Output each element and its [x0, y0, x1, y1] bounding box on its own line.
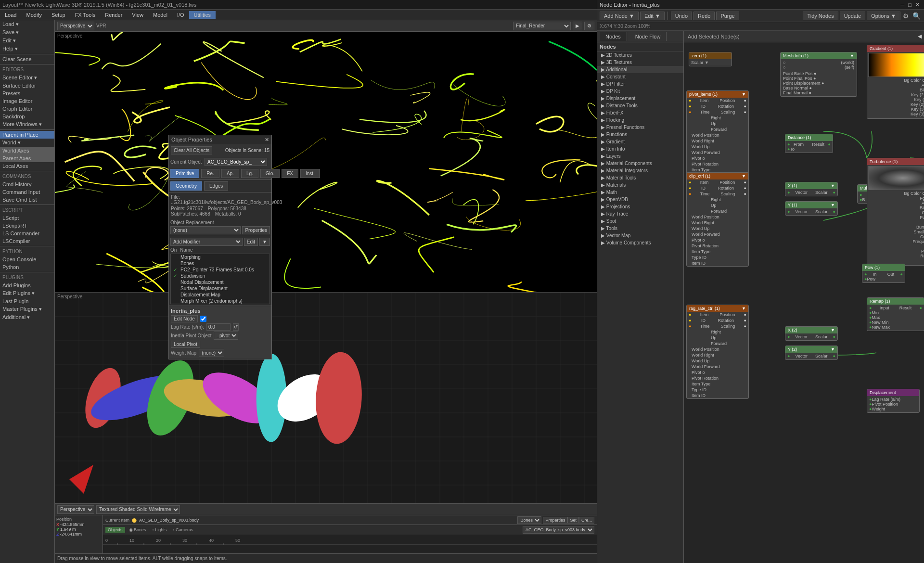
modifier-surface-displacement[interactable]: Surface Displacement — [171, 285, 270, 292]
sidebar-master-plugins[interactable]: Master Plugins ▾ — [0, 305, 54, 313]
sidebar-load[interactable]: Load ▾ — [0, 20, 54, 28]
top-viewport[interactable]: Perspective — [55, 32, 597, 292]
local-pivot-btn[interactable]: Local Pivot — [171, 341, 200, 348]
settings-icon[interactable]: ⚙ — [903, 12, 909, 20]
node-clip-ctrl[interactable]: clip_ctrl (1) ▼ ● Item Position ● ● ID R… — [686, 172, 749, 267]
tab-nodes[interactable]: Nodes — [600, 32, 627, 41]
sidebar-parent-in-place[interactable]: Parent in Place — [0, 131, 54, 139]
edit-node-checkbox[interactable] — [200, 316, 206, 322]
bottom-viewport-canvas[interactable] — [55, 293, 597, 503]
sidebar-presets[interactable]: Presets — [0, 90, 54, 97]
sidebar-open-console[interactable]: Open Console — [0, 256, 54, 263]
pivot-expand[interactable]: ▼ — [742, 92, 746, 97]
node-cat-material-tools[interactable]: ▶ Material Tools — [597, 174, 683, 181]
sidebar-graph-editor[interactable]: Graph Editor — [0, 105, 54, 113]
node-displacement[interactable]: Displacement ● Lag Rate (s/m) ● Pivot Po… — [867, 389, 920, 413]
modifier-morph-mixer[interactable]: Morph Mixer (2 endomorphs) — [171, 298, 270, 304]
redo-btn[interactable]: Redo — [693, 12, 715, 20]
node-rag-rate[interactable]: rag_rate_ctrl (1) ▼ ● Item Position ● ● … — [686, 305, 749, 399]
modifier-bones[interactable]: Bones — [171, 260, 270, 267]
node-cat-dp-filter[interactable]: ▶ DP Filter — [597, 80, 683, 88]
y1-expand[interactable]: ▼ — [831, 203, 835, 207]
node-cat-math[interactable]: ▶ Math — [597, 189, 683, 196]
node-cat-openvdb[interactable]: ▶ OpenVDB — [597, 196, 683, 203]
timeline-ruler[interactable]: 0 10 20 30 40 50 — [103, 535, 597, 554]
sidebar-python[interactable]: Python — [0, 263, 54, 271]
node-canvas-area[interactable]: zero (1) Scalar ▼ pivot_items (1) ▼ ● It… — [684, 42, 924, 563]
node-cat-fiberfx[interactable]: ▶ FiberFX — [597, 109, 683, 116]
modifier-nodal[interactable]: Nodal Displacement — [171, 279, 270, 285]
menu-fx-tools[interactable]: FX Tools — [70, 11, 101, 19]
edit-modifier-btn[interactable]: Edit — [244, 238, 258, 246]
menu-render[interactable]: Render — [100, 11, 127, 19]
sidebar-lscript-rt[interactable]: LScript/RT — [0, 222, 54, 230]
node-distance[interactable]: Distance (1) ● From Result ● ● To — [785, 134, 833, 153]
node-cat-distance-tools[interactable]: ▶ Distance Tools — [597, 102, 683, 109]
lag-rate-input[interactable] — [206, 323, 231, 331]
options-btn[interactable]: Options ▼ — [867, 12, 900, 20]
add-selected-node-btn[interactable]: Add Selected Node(s) — [688, 34, 740, 39]
node-cat-flocking[interactable]: ▶ Flocking — [597, 116, 683, 124]
node-zero[interactable]: zero (1) Scalar ▼ — [689, 52, 732, 66]
modifier-options-btn[interactable]: ▼ — [259, 238, 270, 246]
node-cat-constant[interactable]: ▶ Constant — [597, 73, 683, 80]
search-icon[interactable]: 🔍 — [912, 12, 921, 20]
undo-btn[interactable]: Undo — [671, 12, 692, 20]
sidebar-surface-editor[interactable]: Surface Editor — [0, 82, 54, 90]
modifier-pc2[interactable]: ✓PC2_Pointer 73 Frames Start 0.0s — [171, 267, 270, 273]
tab-node-flow[interactable]: Node Flow — [629, 32, 667, 41]
node-turbulence[interactable]: Turbulence (1) ▼ Bg Color Color ● Fg Col… — [867, 158, 924, 266]
sidebar-backdrop[interactable]: Backdrop — [0, 113, 54, 120]
obj-props-close[interactable]: ✕ — [265, 137, 269, 143]
weight-map-select[interactable]: (none) — [199, 349, 224, 357]
node-cat-additional[interactable]: ▶ Additional — [597, 66, 683, 73]
tab-ap[interactable]: Ap. — [221, 169, 239, 178]
node-cat-tools[interactable]: ▶ Tools — [597, 225, 683, 232]
sidebar-cmd-history[interactable]: Cmd History — [0, 180, 54, 188]
menu-modify[interactable]: Modify — [21, 11, 46, 19]
add-node-btn[interactable]: Add Node ▼ — [600, 12, 639, 20]
x2-expand[interactable]: ▼ — [831, 328, 835, 333]
set-btn[interactable]: Set — [567, 517, 579, 524]
render-preset-select[interactable]: Final_Render — [513, 22, 571, 30]
ne-maximize[interactable]: □ — [906, 2, 913, 8]
settings-btn[interactable]: ⚙ — [584, 22, 594, 30]
sidebar-add-plugins[interactable]: Add Plugins — [0, 282, 54, 289]
x1-expand[interactable]: ▼ — [831, 183, 835, 188]
node-cat-spot[interactable]: ▶ Spot — [597, 218, 683, 225]
sidebar-local-axes[interactable]: Local Axes — [0, 162, 54, 170]
sidebar-ls-compiler[interactable]: LSCompiler — [0, 237, 54, 245]
node-cat-functions[interactable]: ▶ Functions — [597, 131, 683, 138]
modifier-morphing[interactable]: Morphing — [171, 254, 270, 260]
sidebar-save-cmd-list[interactable]: Save Cmd List — [0, 196, 54, 204]
lag-rate-reset[interactable]: ↺ — [233, 323, 239, 331]
node-cat-item-info[interactable]: ▶ Item Info — [597, 145, 683, 153]
sidebar-ls-commander[interactable]: LS Commander — [0, 230, 54, 237]
node-cat-vector-map[interactable]: ▶ Vector Map — [597, 232, 683, 239]
tab-re[interactable]: Re. — [201, 169, 219, 178]
sidebar-help[interactable]: Help ▾ — [0, 45, 54, 53]
clip-expand[interactable]: ▼ — [742, 174, 746, 179]
mesh-expand[interactable]: ▼ — [850, 53, 854, 58]
properties-timeline-btn[interactable]: Properties — [543, 517, 567, 524]
node-cat-gradient[interactable]: ▶ Gradient — [597, 138, 683, 145]
node-cat-material-integrators[interactable]: ▶ Material Integrators — [597, 167, 683, 174]
node-remap[interactable]: Remap (1) ● Input Result ● ● Min ● Max — [867, 297, 924, 331]
lights-tab[interactable]: ◦ Lights — [150, 527, 169, 533]
sidebar-lscript[interactable]: LScript — [0, 214, 54, 222]
node-cat-2d[interactable]: ▶ 2D Textures — [597, 51, 683, 59]
node-x2[interactable]: X (2) ▼ ● Vector Scalar ● — [785, 326, 838, 341]
objects-tab[interactable]: Objects — [105, 527, 125, 533]
obj-replacement-select[interactable]: (none) — [170, 226, 241, 234]
tab-lg[interactable]: Lg. — [241, 169, 258, 178]
ne-close[interactable]: ✕ — [913, 1, 922, 8]
node-cat-projections[interactable]: ▶ Projections — [597, 203, 683, 210]
menu-setup[interactable]: Setup — [47, 11, 70, 19]
properties-btn[interactable]: Properties — [242, 226, 270, 234]
menu-load[interactable]: Load — [0, 11, 21, 19]
sidebar-scene-editor[interactable]: Scene Editor ▾ — [0, 74, 54, 82]
sidebar-save[interactable]: Save ▾ — [0, 28, 54, 37]
node-gradient1[interactable]: Gradient (1) ▼ Bg Color Color ● Alpha ● — [867, 45, 924, 119]
sidebar-edit-plugins[interactable]: Edit Plugins ▾ — [0, 289, 54, 297]
sidebar-world[interactable]: World ▾ — [0, 139, 54, 147]
